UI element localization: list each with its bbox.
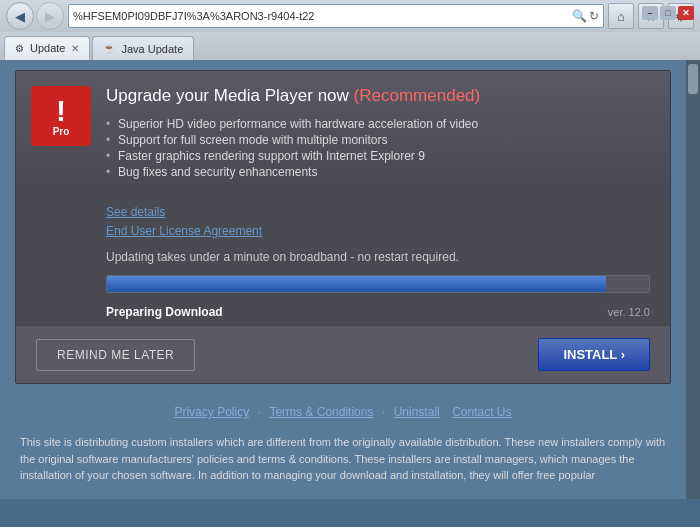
footer-links: Privacy Policy · Terms & Conditions · Un…: [0, 394, 686, 428]
popup-title: Upgrade your Media Player now (Recommend…: [106, 86, 650, 106]
separator-2: ·: [382, 405, 385, 419]
contact-us-link[interactable]: Contact Us: [452, 405, 511, 419]
feature-3: Faster graphics rendering support with I…: [106, 148, 650, 164]
address-text: %HFSEM0PI09DBFJ7I%3A%3ARON3-r9404-t22: [73, 10, 572, 22]
refresh-icon[interactable]: ↻: [589, 9, 599, 23]
search-icon[interactable]: 🔍: [572, 9, 587, 23]
close-button[interactable]: ✕: [678, 6, 694, 20]
preparing-section: Preparing Download ver. 12.0: [16, 303, 670, 325]
home-icon: ⌂: [617, 9, 625, 24]
tab-java-label: Java Update: [121, 43, 183, 55]
tab-update-label: Update: [30, 42, 65, 54]
tab-bar: ⚙ Update ✕ ☕ Java Update: [0, 32, 700, 60]
back-icon: ◀: [15, 9, 25, 24]
progress-area: [16, 269, 670, 303]
popup-buttons: REMIND ME LATER INSTALL ›: [16, 325, 670, 383]
minimize-button[interactable]: –: [642, 6, 658, 20]
popup-links: See details End User License Agreement: [16, 195, 670, 245]
update-popup: ! Pro Upgrade your Media Player now (Rec…: [15, 70, 671, 384]
eula-link[interactable]: End User License Agreement: [106, 222, 650, 241]
forward-button[interactable]: ▶: [36, 2, 64, 30]
feature-4: Bug fixes and security enhancements: [106, 164, 650, 180]
version-text: ver. 12.0: [608, 306, 650, 318]
footer-body-text: This site is distributing custom install…: [20, 434, 666, 484]
feature-2: Support for full screen mode with multip…: [106, 132, 650, 148]
see-details-link[interactable]: See details: [106, 203, 650, 222]
address-bar[interactable]: %HFSEM0PI09DBFJ7I%3A%3ARON3-r9404-t22 🔍 …: [68, 4, 604, 28]
java-tab-icon: ☕: [103, 43, 115, 54]
home-button[interactable]: ⌂: [608, 3, 634, 29]
tab-java-update[interactable]: ☕ Java Update: [92, 36, 194, 60]
tab-icon: ⚙: [15, 43, 24, 54]
terms-link[interactable]: Terms & Conditions: [269, 405, 373, 419]
maximize-button[interactable]: □: [660, 6, 676, 20]
privacy-policy-link[interactable]: Privacy Policy: [174, 405, 249, 419]
pro-label: Pro: [53, 126, 70, 137]
footer-text-area: This site is distributing custom install…: [0, 428, 686, 490]
separator-1: ·: [258, 405, 261, 419]
install-button[interactable]: INSTALL ›: [538, 338, 650, 371]
pro-icon: ! Pro: [31, 86, 91, 146]
forward-icon: ▶: [45, 9, 55, 24]
exclaim-text: !: [56, 96, 66, 126]
features-list: Superior HD video performance with hardw…: [106, 116, 650, 180]
scrollbar-thumb[interactable]: [688, 64, 698, 94]
uninstall-link[interactable]: Uninstall: [394, 405, 440, 419]
preparing-text: Preparing Download: [106, 305, 223, 319]
feature-1: Superior HD video performance with hardw…: [106, 116, 650, 132]
recommended-badge: (Recommended): [354, 86, 481, 105]
back-button[interactable]: ◀: [6, 2, 34, 30]
tab-close-icon[interactable]: ✕: [71, 43, 79, 54]
remind-later-button[interactable]: REMIND ME LATER: [36, 339, 195, 371]
scrollbar[interactable]: [686, 60, 700, 499]
update-note: Updating takes under a minute on broadba…: [106, 250, 459, 264]
progress-bar: [107, 276, 606, 292]
progress-bar-container: [106, 275, 650, 293]
tab-update[interactable]: ⚙ Update ✕: [4, 36, 90, 60]
